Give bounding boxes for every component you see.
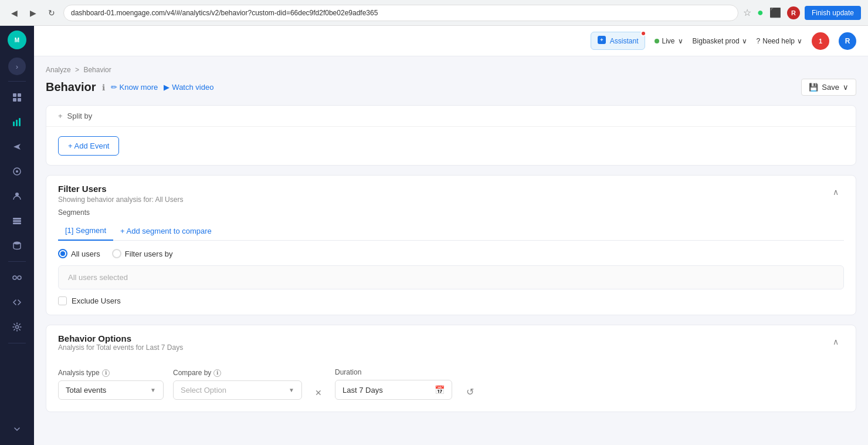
sidebar-item-circle[interactable] [6,161,28,182]
need-help-link[interactable]: ? Need help ∨ [757,37,802,45]
sidebar-item-code[interactable] [6,292,28,313]
svg-point-17 [18,276,21,279]
live-dot [655,39,659,43]
split-by-row: + Split by [46,106,856,127]
svg-point-10 [16,170,18,173]
behavior-options-title: Behavior Options [58,333,183,343]
sidebar: M › [0,26,34,445]
sidebar-nav-expand[interactable]: › [8,58,26,75]
page-heading: Behavior [46,80,96,94]
analysis-type-label: Analysis type ℹ [58,369,164,377]
know-more-label: Know more [120,83,158,92]
assistant-button[interactable]: + Assistant [591,32,645,50]
svg-rect-5 [18,98,21,102]
all-users-radio[interactable]: All users [58,249,100,258]
watch-video-icon: ▶ [164,83,169,92]
know-more-link[interactable]: ✏ Know more [111,83,158,92]
url-bar[interactable]: dashboard-01.moengage.com/v4/#/analytics… [63,5,738,21]
help-chevron: ∨ [797,37,802,45]
all-users-radio-circle [58,249,67,258]
breadcrumb-separator: > [75,66,79,74]
duration-label: Duration [335,368,452,376]
forward-button[interactable]: ▶ [26,6,40,20]
live-status[interactable]: Live ∨ [655,37,683,45]
duration-group: Duration Last 7 Days 📅 [335,368,452,400]
calendar-icon: 📅 [435,385,445,395]
behavior-options-title-area: Behavior Options Analysis for Total even… [58,333,183,360]
assistant-label: Assistant [610,37,639,45]
filter-users-collapse[interactable]: ∧ [828,184,844,200]
sidebar-item-integrations[interactable] [6,267,28,288]
exclude-users-label: Exclude Users [72,296,121,305]
add-event-button[interactable]: + Add Event [58,136,119,156]
workspace-label: Bigbasket prod [693,37,740,45]
analysis-type-info-icon[interactable]: ℹ [102,369,110,377]
filter-users-radio[interactable]: Filter users by [112,249,173,258]
user-filter-radio-group: All users Filter users by [58,249,844,258]
behavior-options-collapse[interactable]: ∧ [828,333,844,350]
watch-video-link[interactable]: ▶ Watch video [164,83,213,92]
save-button[interactable]: 💾 Save ∨ [801,79,856,96]
workspace-selector[interactable]: Bigbasket prod ∨ [693,37,747,45]
clear-compare-button[interactable]: ✕ [311,386,326,400]
filter-users-subtitle: Showing behavior analysis for: All Users [58,195,183,204]
back-button[interactable]: ◀ [7,6,21,20]
sidebar-item-database[interactable] [6,235,28,256]
help-icon: ? [757,37,761,45]
compare-by-placeholder: Select Option [181,386,226,395]
sidebar-item-home[interactable] [6,87,28,108]
svg-rect-3 [18,93,21,97]
sidebar-item-settings[interactable] [6,316,28,338]
split-by-arrow: + [58,112,63,120]
svg-point-18 [16,326,19,329]
app-layout: M › [0,26,868,445]
sidebar-item-layers[interactable] [6,210,28,231]
segment-tab-1[interactable]: [1] Segment [58,221,113,241]
breadcrumb-analyze[interactable]: Analyze [46,66,71,74]
sidebar-divider-2 [8,261,26,262]
page-title-row: Behavior ℹ ✏ Know more ▶ Watch video 💾 S… [46,79,856,96]
filter-users-title-area: Filter Users Showing behavior analysis f… [58,184,183,217]
compare-by-caret: ▼ [289,387,294,393]
star-icon[interactable]: ☆ [743,7,751,18]
add-segment-button[interactable]: + Add segment to compare [116,222,216,240]
compare-by-info-icon[interactable]: ℹ [213,369,221,377]
live-label: Live [662,37,675,45]
svg-rect-6 [13,122,15,126]
page-title: Behavior ℹ ✏ Know more ▶ Watch video [46,80,213,94]
sidebar-item-campaigns[interactable] [6,136,28,157]
analysis-type-caret: ▼ [150,387,156,393]
compare-by-group: Compare by ℹ Select Option ▼ [173,369,302,400]
profile-icon[interactable]: R [787,6,800,19]
filter-users-card: Filter Users Showing behavior analysis f… [46,175,856,315]
compare-by-select[interactable]: Select Option ▼ [173,380,302,400]
main-area: + Assistant Live ∨ Bigbasket prod ∨ ? Ne… [34,26,868,445]
exclude-users-checkbox[interactable] [58,296,67,305]
compare-by-label: Compare by ℹ [173,369,302,377]
all-users-selected-box[interactable]: All users selected [58,265,844,289]
sidebar-item-user[interactable] [6,186,28,207]
segment-tabs: [1] Segment + Add segment to compare [58,217,844,241]
content-area: Analyze > Behavior Behavior ℹ ✏ Know mor… [34,56,868,445]
extensions-icon[interactable]: ⬛ [769,7,781,18]
filter-users-title: Filter Users [58,184,183,194]
svg-point-15 [13,242,21,245]
know-more-icon: ✏ [111,83,117,92]
behavior-options-header: Behavior Options Analysis for Total even… [46,325,856,360]
analysis-type-select[interactable]: Total events ▼ [58,380,164,400]
duration-select[interactable]: Last 7 Days 📅 [335,380,452,400]
svg-rect-2 [13,93,16,97]
svg-rect-13 [13,220,21,222]
page-info-icon[interactable]: ℹ [102,83,105,92]
all-users-placeholder: All users selected [68,273,128,282]
notification-bell[interactable]: 1 [812,32,829,50]
sidebar-item-analytics[interactable] [6,112,28,133]
finish-update-button[interactable]: Finish update [805,6,861,20]
svg-rect-7 [16,120,18,126]
refresh-button[interactable]: ↺ [462,383,478,400]
sidebar-item-scroll-down[interactable] [6,419,28,440]
refresh-button[interactable]: ↻ [45,6,59,20]
user-avatar[interactable]: R [839,32,856,50]
exclude-users-row: Exclude Users [58,296,844,305]
sidebar-logo: M [8,31,26,49]
